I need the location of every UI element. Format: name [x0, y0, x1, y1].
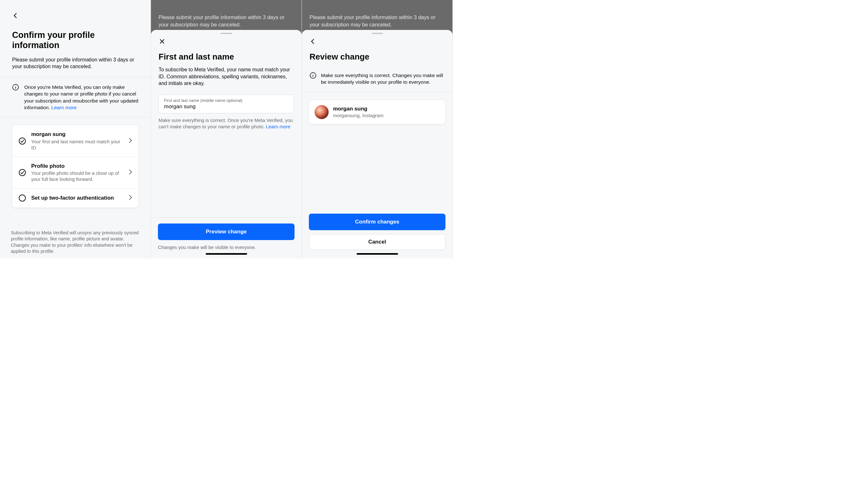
- name-input-label: First and last name (middle name optiona…: [164, 98, 288, 103]
- checklist-item-2fa[interactable]: Set up two-factor authentication: [12, 189, 138, 208]
- info-text: Make sure everything is correct. Changes…: [321, 72, 445, 86]
- edit-name-sheet: First and last name To subscribe to Meta…: [151, 30, 302, 259]
- profile-handle: morgansung, Instagram: [333, 113, 383, 118]
- backdrop-text: Please submit your profile information w…: [159, 14, 294, 28]
- check-circle-icon: [18, 169, 26, 176]
- checklist-item-photo[interactable]: Profile photo Your profile photo should …: [12, 157, 138, 189]
- checklist-item-name[interactable]: morgan sung Your first and last names mu…: [12, 125, 138, 156]
- sheet-title: First and last name: [159, 52, 294, 62]
- field-note: Make sure everything is correct. Once yo…: [151, 113, 302, 130]
- name-input-wrapper[interactable]: First and last name (middle name optiona…: [159, 95, 294, 113]
- svg-point-4: [19, 169, 26, 176]
- chevron-right-icon: [129, 169, 132, 176]
- home-indicator: [357, 253, 398, 255]
- page-subtitle: Please submit your profile information w…: [12, 56, 138, 70]
- page-title: Confirm your profile information: [12, 30, 138, 51]
- profile-name: morgan sung: [333, 106, 383, 112]
- edit-name-panel: Please submit your profile information w…: [151, 0, 302, 259]
- check-circle-icon: [18, 137, 26, 145]
- avatar: [315, 105, 329, 119]
- confirm-changes-button[interactable]: Confirm changes: [309, 214, 446, 230]
- item-title: morgan sung: [31, 131, 124, 138]
- review-change-sheet: Review change Make sure everything is co…: [302, 30, 452, 259]
- preview-change-button[interactable]: Preview change: [158, 223, 295, 240]
- footer-note: Changes you make will be visible to ever…: [158, 245, 295, 250]
- chevron-right-icon: [129, 194, 132, 202]
- svg-point-3: [19, 138, 26, 144]
- chevron-right-icon: [129, 138, 132, 145]
- info-text: Once you're Meta Verified, you can only …: [24, 84, 138, 111]
- sheet-description: To subscribe to Meta Verified, your name…: [151, 66, 302, 87]
- info-banner: Once you're Meta Verified, you can only …: [0, 77, 151, 118]
- profile-preview-card: morgan sung morgansung, Instagram: [309, 100, 446, 124]
- learn-more-link[interactable]: Learn more: [51, 105, 77, 110]
- info-icon: [310, 72, 316, 86]
- item-subtitle: Your first and last names must match you…: [31, 138, 124, 151]
- confirm-profile-panel: Confirm your profile information Please …: [0, 0, 151, 259]
- review-change-panel: Please submit your profile information w…: [302, 0, 453, 259]
- svg-point-10: [313, 74, 313, 74]
- learn-more-link[interactable]: Learn more: [266, 124, 290, 129]
- footer-disclaimer: Subscribing to Meta Verified will unsync…: [0, 230, 151, 259]
- checklist-card: morgan sung Your first and last names mu…: [12, 125, 138, 208]
- info-icon: [12, 84, 19, 111]
- name-input[interactable]: [164, 104, 288, 110]
- empty-circle-icon: [18, 194, 26, 202]
- home-indicator: [206, 253, 247, 255]
- back-icon[interactable]: [310, 38, 316, 46]
- close-icon[interactable]: [159, 38, 166, 46]
- item-title: Profile photo: [31, 163, 124, 169]
- item-subtitle: Your profile photo should be a close up …: [31, 170, 124, 182]
- item-title: Set up two-factor authentication: [31, 194, 124, 201]
- back-icon[interactable]: [12, 12, 19, 21]
- cancel-button[interactable]: Cancel: [309, 234, 446, 250]
- sheet-title: Review change: [310, 52, 445, 62]
- backdrop-text: Please submit your profile information w…: [310, 14, 445, 28]
- svg-point-2: [15, 86, 16, 86]
- svg-point-5: [19, 195, 26, 201]
- info-banner: Make sure everything is correct. Changes…: [302, 66, 452, 92]
- info-text-body: Once you're Meta Verified, you can only …: [24, 84, 138, 110]
